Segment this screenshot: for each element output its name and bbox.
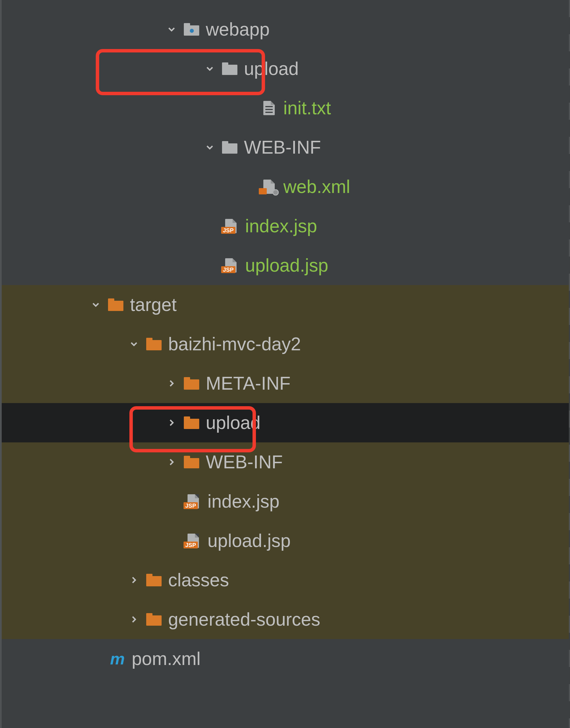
tree-item-index-jsp-target[interactable]: JSP index.jsp — [2, 482, 570, 521]
chevron-right-icon[interactable] — [166, 417, 177, 428]
excluded-folder-icon — [146, 337, 162, 351]
tree-item-index-jsp-source[interactable]: JSP index.jsp — [2, 206, 570, 246]
tree-item-web-inf-target[interactable]: WEB-INF — [2, 442, 570, 482]
tree-label: upload — [206, 414, 261, 432]
tree-label: META-INF — [206, 374, 290, 393]
tree-label: init.txt — [283, 99, 331, 117]
chevron-right-icon[interactable] — [166, 456, 177, 468]
tree-item-web-xml[interactable]: web.xml — [2, 167, 570, 206]
excluded-folder-icon — [108, 298, 124, 312]
excluded-folder-icon — [184, 455, 200, 469]
tree-item-upload-jsp-source[interactable]: JSP upload.jsp — [2, 246, 570, 285]
tree-item-webapp[interactable]: webapp — [2, 10, 570, 49]
tree-label: baizhi-mvc-day2 — [168, 335, 301, 353]
tree-item-web-inf-source[interactable]: WEB-INF — [2, 128, 570, 167]
tree-label: webapp — [206, 20, 270, 38]
jsp-file-icon: JSP — [185, 534, 201, 548]
tree-label: WEB-INF — [206, 453, 283, 471]
tree-item-upload-source[interactable]: upload — [2, 49, 570, 88]
tree-label: index.jsp — [245, 217, 317, 235]
folder-icon — [222, 140, 238, 155]
tree-label: pom.xml — [132, 650, 201, 668]
tree-item-upload-target[interactable]: upload — [2, 403, 570, 442]
tree-item-meta-inf[interactable]: META-INF — [2, 364, 570, 403]
chevron-right-icon[interactable] — [128, 574, 139, 586]
text-file-icon — [261, 101, 277, 115]
tree-item-classes[interactable]: classes — [2, 560, 570, 600]
excluded-folder-icon — [184, 376, 200, 391]
tree-label: index.jsp — [208, 492, 280, 510]
excluded-folder-icon — [184, 416, 200, 430]
scrollbar-track[interactable] — [569, 0, 570, 728]
tree-item-pom-xml[interactable]: m pom.xml — [2, 639, 570, 678]
tree-label: upload.jsp — [208, 532, 291, 550]
tree-label: generated-sources — [168, 610, 320, 629]
jsp-file-icon: JSP — [185, 494, 201, 508]
tree-label: web.xml — [283, 178, 350, 196]
xml-file-icon — [261, 180, 277, 194]
chevron-down-icon[interactable] — [204, 63, 216, 74]
webapp-folder-icon — [184, 22, 200, 36]
tree-label: upload — [244, 59, 299, 78]
maven-icon: m — [109, 652, 125, 666]
chevron-right-icon[interactable] — [128, 614, 139, 625]
tree-item-generated-sources[interactable]: generated-sources — [2, 600, 570, 639]
tree-item-upload-jsp-target[interactable]: JSP upload.jsp — [2, 521, 570, 560]
folder-icon — [222, 61, 238, 76]
jsp-file-icon: JSP — [223, 258, 239, 272]
chevron-down-icon[interactable] — [128, 338, 139, 350]
chevron-down-icon[interactable] — [166, 24, 177, 35]
chevron-down-icon[interactable] — [90, 299, 101, 310]
tree-label: classes — [168, 571, 229, 589]
excluded-folder-icon — [146, 573, 162, 587]
tree-label: target — [130, 296, 177, 314]
project-tree-panel: webapp upload init.txt WEB-INF — [0, 0, 570, 728]
chevron-down-icon[interactable] — [204, 142, 216, 153]
chevron-right-icon[interactable] — [166, 378, 177, 389]
excluded-folder-icon — [146, 612, 162, 627]
tree-item-target[interactable]: target — [2, 285, 570, 324]
jsp-file-icon: JSP — [223, 219, 239, 233]
tree-item-init-txt[interactable]: init.txt — [2, 88, 570, 128]
tree-label: WEB-INF — [244, 138, 321, 157]
tree-label: upload.jsp — [245, 256, 328, 274]
tree-item-baizhi-mvc-day2[interactable]: baizhi-mvc-day2 — [2, 324, 570, 364]
